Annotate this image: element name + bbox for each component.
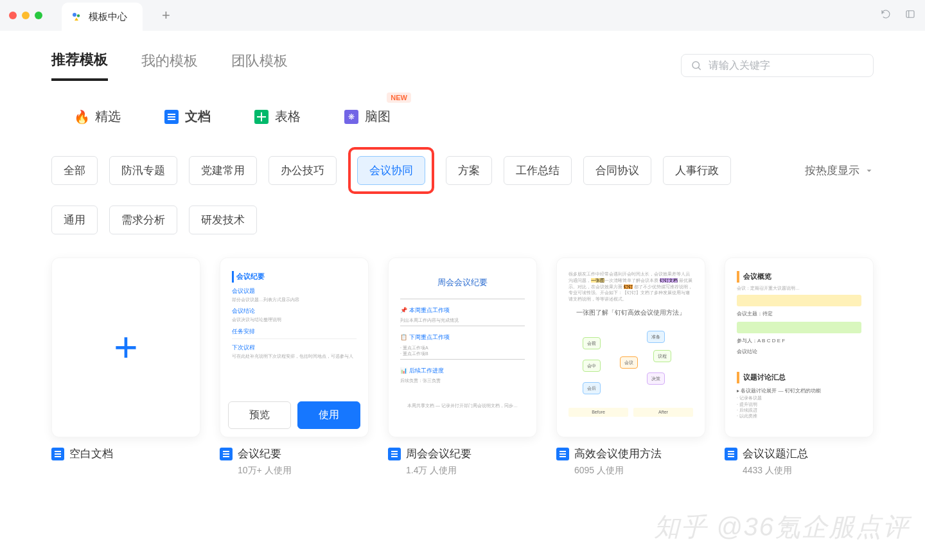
svg-point-3 [692, 62, 700, 69]
category-document[interactable]: 文档 [162, 103, 213, 130]
filter-all[interactable]: 全部 [51, 156, 98, 185]
sort-dropdown[interactable]: 按热度显示 [805, 163, 874, 178]
category-label: 表格 [275, 108, 301, 125]
search-input[interactable] [709, 60, 864, 71]
page-content: 推荐模板 我的模板 团队模板 🔥 精选 文档 表格 脑图 NEW 全部 防汛专题… [0, 31, 925, 560]
category-label: 文档 [185, 108, 211, 125]
app-logo-icon [71, 11, 82, 22]
preview-section: 会议结论 [232, 306, 357, 315]
card-actions: 预览 使用 [228, 401, 360, 429]
filter-general[interactable]: 通用 [51, 206, 98, 234]
main-nav: 推荐模板 我的模板 团队模板 [51, 50, 874, 81]
template-thumb[interactable]: 会议纪要 会议议题 部分会议议题…列表方式显示内容 会议结论 会议决议与结论整理… [220, 258, 369, 437]
card-usage: 1.4万 人使用 [406, 465, 537, 477]
use-button[interactable]: 使用 [297, 401, 360, 429]
window-controls [9, 12, 42, 19]
filter-office[interactable]: 办公技巧 [269, 156, 337, 185]
card-title: 周会会议纪要 [406, 446, 471, 461]
template-thumb[interactable]: 周会会议纪要 📌 本周重点工作项 列出本周工作内容与完成情况 📋 下周重点工作项… [388, 258, 537, 437]
filter-summary[interactable]: 工作总结 [504, 156, 572, 185]
svg-point-0 [73, 13, 76, 17]
template-card-efficient-meeting: 很多朋友工作中经常会遇到开会时间太长，会议效果差等人员沟通问题，一张图一次清晰简… [556, 258, 705, 477]
document-icon [164, 110, 179, 124]
template-card-weekly-meeting: 周会会议纪要 📌 本周重点工作项 列出本周工作内容与完成情况 📋 下周重点工作项… [388, 258, 537, 477]
filter-flood[interactable]: 防汛专题 [109, 156, 177, 185]
main-nav-mine[interactable]: 我的模板 [141, 51, 198, 80]
chevron-down-icon [865, 166, 874, 175]
search-box[interactable] [681, 54, 874, 77]
document-icon [725, 448, 737, 460]
titlebar: 模板中心 + [0, 0, 925, 31]
filter-row-1: 全部 防汛专题 党建常用 办公技巧 会议协同 方案 工作总结 合同协议 人事行政… [51, 147, 874, 194]
preview-heading: 周会会议纪要 [400, 276, 525, 290]
filter-plan[interactable]: 方案 [446, 156, 492, 185]
filter-meeting[interactable]: 会议协同 [357, 156, 425, 185]
filter-requirements[interactable]: 需求分析 [109, 206, 177, 234]
close-window-icon[interactable] [9, 12, 17, 19]
main-nav-recommended[interactable]: 推荐模板 [51, 50, 108, 81]
template-thumb[interactable]: 会议概览 会议：定期召开重大议题说明… 会议主题：待定 参与人：A B C D … [725, 258, 874, 437]
tab-title: 模板中心 [89, 11, 127, 23]
sort-label: 按热度显示 [805, 163, 859, 178]
template-card-blank: + 空白文档 [51, 258, 200, 477]
spreadsheet-icon [254, 110, 269, 124]
template-thumb[interactable]: 很多朋友工作中经常会遇到开会时间太长，会议效果差等人员沟通问题，一张图一次清晰简… [556, 258, 705, 437]
window-icon[interactable] [904, 8, 916, 22]
svg-rect-2 [906, 11, 914, 18]
search-icon [691, 60, 702, 71]
refresh-icon[interactable] [880, 8, 892, 22]
mindmap-icon [344, 110, 358, 124]
card-title: 高效会议使用方法 [574, 446, 662, 461]
preview-section: 会议议题 [232, 286, 357, 295]
new-tab-button[interactable]: + [162, 7, 170, 24]
card-title: 会议纪要 [238, 446, 281, 461]
blank-template-thumb[interactable]: + [51, 258, 200, 437]
template-grid: + 空白文档 会议纪要 会议议题 部分会议议题…列表方式显示内容 会议结论 会议… [51, 258, 874, 477]
card-title: 会议议题汇总 [743, 446, 808, 461]
document-icon [388, 448, 401, 460]
new-badge: NEW [387, 92, 411, 103]
filter-dev[interactable]: 研发技术 [189, 206, 257, 234]
category-label: 脑图 [365, 108, 391, 125]
document-icon [51, 448, 64, 460]
preview-button[interactable]: 预览 [228, 401, 291, 429]
card-usage: 10万+ 人使用 [238, 465, 369, 477]
preview-section: 下次议程 [232, 343, 357, 352]
preview-section: 任务安排 [232, 327, 357, 336]
svg-point-1 [77, 14, 80, 17]
fire-icon: 🔥 [75, 110, 89, 124]
template-card-topics-summary: 会议概览 会议：定期召开重大议题说明… 会议主题：待定 参与人：A B C D … [725, 258, 874, 477]
maximize-window-icon[interactable] [35, 12, 42, 19]
category-label: 精选 [95, 108, 121, 125]
filter-contract[interactable]: 合同协议 [583, 156, 651, 185]
card-usage: 6095 人使用 [574, 465, 705, 477]
minimize-window-icon[interactable] [22, 12, 30, 19]
preview-heading: 会议纪要 [232, 271, 357, 283]
filter-hr[interactable]: 人事行政 [663, 156, 731, 185]
card-title: 空白文档 [69, 446, 113, 461]
filter-party[interactable]: 党建常用 [189, 156, 257, 185]
main-nav-team[interactable]: 团队模板 [231, 51, 288, 80]
document-icon [556, 448, 569, 460]
category-sheet[interactable]: 表格 [252, 103, 303, 130]
category-nav: 🔥 精选 文档 表格 脑图 NEW [51, 103, 874, 130]
category-mindmap[interactable]: 脑图 NEW [342, 103, 393, 130]
preview-heading: 会议概览 [737, 271, 861, 283]
card-usage: 4433 人使用 [743, 465, 874, 477]
browser-tab[interactable]: 模板中心 [62, 3, 143, 31]
preview-heading: 议题讨论汇总 [737, 372, 861, 383]
template-card-meeting-notes: 会议纪要 会议议题 部分会议议题…列表方式显示内容 会议结论 会议决议与结论整理… [220, 258, 369, 477]
preview-heading: 一张图了解「钉钉高效会议使用方法」 [568, 308, 693, 318]
document-icon [220, 448, 233, 460]
plus-icon: + [114, 324, 137, 371]
filter-row-2: 通用 需求分析 研发技术 [51, 206, 874, 234]
category-featured[interactable]: 🔥 精选 [72, 103, 123, 130]
highlight-annotation: 会议协同 [348, 147, 434, 194]
